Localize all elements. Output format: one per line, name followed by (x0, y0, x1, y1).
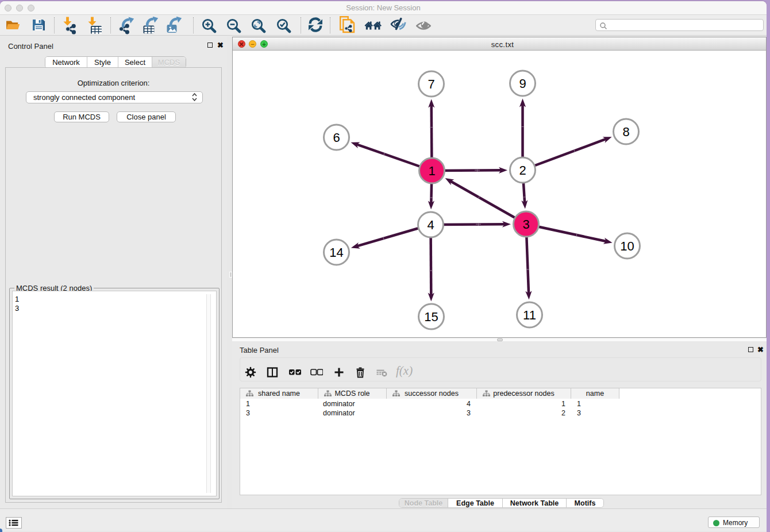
svg-text:14: 14 (329, 245, 343, 260)
svg-text:6: 6 (333, 130, 340, 145)
svg-text:10: 10 (620, 239, 634, 253)
svg-text:2: 2 (519, 163, 526, 178)
svg-text:8: 8 (622, 125, 629, 139)
svg-text:11: 11 (523, 308, 536, 322)
svg-text:9: 9 (519, 76, 526, 91)
svg-text:4: 4 (427, 218, 434, 232)
svg-text:1: 1 (428, 164, 435, 178)
svg-text:7: 7 (428, 77, 434, 91)
svg-text:15: 15 (424, 310, 438, 324)
svg-text:3: 3 (522, 217, 529, 232)
